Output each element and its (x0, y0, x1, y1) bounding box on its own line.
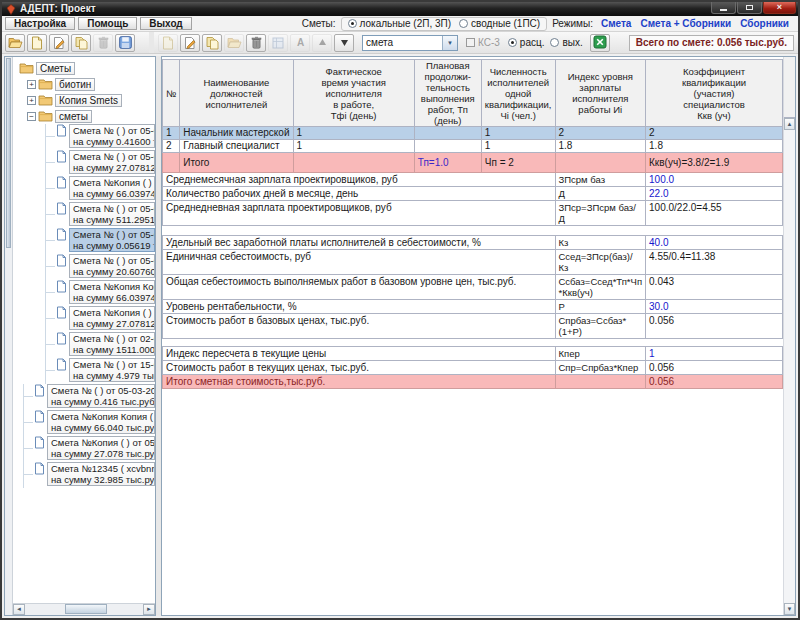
calc-label-cell[interactable]: Среднедневная зарплата проектировщиков, … (163, 201, 556, 226)
tree-item-smeta[interactable]: Смета №Копия Копия ( ) от 05на сумму 66.… (24, 410, 155, 436)
calc-row[interactable]: Стоимость работ в базовых ценах, тыс.руб… (163, 314, 783, 339)
calc-label-cell[interactable]: Стоимость работ в базовых ценах, тыс.руб… (163, 314, 556, 339)
delete-button[interactable] (246, 34, 266, 52)
column-header-1[interactable]: Наименование должностей исполнителей (180, 60, 293, 127)
cell[interactable]: 2 (163, 140, 180, 153)
tree-item-smeta[interactable]: Смета № ( ) от 15-04-2009на сумму 4.979 … (46, 358, 155, 384)
formula-cell[interactable]: Спрбаз=Ссбаз* (1+Р) (555, 314, 646, 339)
calc-row[interactable]: Общая себестоимость выполняемых работ в … (163, 275, 783, 300)
menu-settings[interactable]: Настройка (5, 17, 75, 30)
value-cell[interactable]: 40.0 (646, 236, 783, 250)
calc-label-cell[interactable]: Количество рабочих дней в месяце, день (163, 187, 556, 201)
tree-vertical-scrollbar[interactable] (5, 57, 13, 615)
cell[interactable]: 1 (293, 140, 414, 153)
scroll-up-icon[interactable]: ▲ (784, 118, 795, 130)
value-cell[interactable]: 0.056 (646, 375, 783, 389)
tree-item-smeta[interactable]: Смета № ( ) от 05-03-2009на сумму 0.4160… (46, 124, 155, 150)
cell[interactable]: 1 (293, 127, 414, 140)
tree-folder-1[interactable]: +Копия Smets (15, 92, 155, 108)
cell[interactable]: 1.8 (555, 140, 646, 153)
calc-label-cell[interactable]: Удельный вес заработной платы исполнител… (163, 236, 556, 250)
ks3-checkbox[interactable]: КС-3 (466, 37, 500, 48)
tree-folder-2[interactable]: −сметы (15, 108, 155, 124)
calc-label-cell[interactable]: Стоимость работ в текущих ценах, тыс.руб… (163, 361, 556, 375)
cell[interactable]: Начальник мастерской (180, 127, 293, 140)
scroll-left-icon[interactable]: ◄ (13, 604, 25, 615)
radio-rasc[interactable]: расц. (508, 37, 545, 48)
cell[interactable]: 1 (481, 140, 555, 153)
edit-document-button[interactable] (49, 34, 69, 52)
calc-label-cell[interactable]: Итого сметная стоимость,тыс.руб. (163, 375, 556, 389)
radio-local[interactable]: локальные (2П, 3П) (348, 18, 451, 29)
tree-hscroll-track[interactable] (25, 604, 143, 615)
close-button[interactable]: × (763, 2, 796, 14)
mode-link-smeta-sborniki[interactable]: Смета + Сборники (640, 18, 731, 29)
scroll-right-icon[interactable]: ► (143, 604, 155, 615)
tree-item-smeta[interactable]: Смета № ( ) от 05-03-2009на сумму 20.607… (46, 254, 155, 280)
value-cell[interactable]: 0.043 (646, 275, 783, 300)
person-row[interactable]: 1Начальник мастерской1122 (163, 127, 783, 140)
save-button[interactable] (115, 34, 135, 52)
formula-cell[interactable]: Р (555, 300, 646, 314)
tree-hscroll-thumb[interactable] (65, 604, 107, 614)
value-cell[interactable]: 22.0 (646, 187, 783, 201)
excel-export-button[interactable] (590, 34, 610, 52)
calc-row[interactable]: Удельный вес заработной платы исполнител… (163, 236, 783, 250)
copy-document-button[interactable] (202, 34, 222, 52)
calc-row[interactable]: Индекс пересчета в текущие ценыКпер1 (163, 347, 783, 361)
table-vscroll-track[interactable] (784, 130, 795, 603)
value-cell[interactable]: 30.0 (646, 300, 783, 314)
column-header-0[interactable]: № (163, 60, 180, 127)
menu-help[interactable]: Помощь (78, 17, 137, 30)
new-document-button[interactable] (27, 34, 47, 52)
tree-item-smeta[interactable]: Смета № ( ) от 05-03-2009на сумму 511.29… (46, 202, 155, 228)
calc-label-cell[interactable]: Индекс пересчета в текущие цены (163, 347, 556, 361)
cell[interactable] (414, 140, 481, 153)
table-vertical-scrollbar[interactable]: ▲ ▼ (783, 57, 795, 615)
formula-cell[interactable] (555, 375, 646, 389)
calc-row[interactable]: Уровень рентабельности, %Р30.0 (163, 300, 783, 314)
calc-row[interactable]: Стоимость работ в текущих ценах, тыс.руб… (163, 361, 783, 375)
tree-item-smeta[interactable]: Смета №Копия ( ) от 05-03-200на сумму 27… (24, 436, 155, 462)
value-cell[interactable]: 0.056 (646, 314, 783, 339)
formula-cell[interactable]: Ссед=ЗПср(баз)/Кз (555, 250, 646, 275)
cell[interactable]: 1 (163, 127, 180, 140)
tree-folder-0[interactable]: +биотин (15, 76, 155, 92)
formula-cell[interactable]: ЗПсрм баз (555, 173, 646, 187)
cell[interactable]: 1.8 (646, 140, 783, 153)
tree-item-smeta[interactable]: Смета № ( ) от 02-04-2009на сумму 1511.0… (46, 332, 155, 358)
tree-item-smeta[interactable]: Смета № ( ) от 05-03-2009на сумму 27.078… (46, 150, 155, 176)
smeta-mode-combo[interactable]: смета ▼ (362, 35, 458, 51)
column-header-3[interactable]: Плановая продолжи- тельность выполнения … (414, 60, 481, 127)
column-header-5[interactable]: Индекс уровня зарплаты исполнителя работ… (555, 60, 646, 127)
column-header-4[interactable]: Численность исполнителей одной квалифика… (481, 60, 555, 127)
calc-row[interactable]: Количество рабочих дней в месяце, деньД2… (163, 187, 783, 201)
minimize-button[interactable] (711, 2, 736, 14)
calc-label-cell[interactable]: Уровень рентабельности, % (163, 300, 556, 314)
calc-row[interactable]: Среднедневная зарплата проектировщиков, … (163, 201, 783, 226)
open-folder-button[interactable] (5, 34, 25, 52)
scroll-down-icon[interactable]: ▼ (784, 603, 795, 615)
value-cell[interactable]: 100.0 (646, 173, 783, 187)
value-cell[interactable]: 4.55/0.4=11.38 (646, 250, 783, 275)
formula-cell[interactable]: Спр=Спрбаз*Кпер (555, 361, 646, 375)
formula-cell[interactable]: Ссбаз=Ссед*Тп*Чп *Ккв(уч) (555, 275, 646, 300)
value-cell[interactable]: 100.0/22.0=4.55 (646, 201, 783, 226)
formula-cell[interactable]: ЗПср=ЗПсрм баз/Д (555, 201, 646, 226)
cell[interactable] (414, 127, 481, 140)
mode-link-smeta[interactable]: Смета (601, 18, 632, 29)
cell[interactable]: 2 (646, 127, 783, 140)
tree-root-smety[interactable]: Сметы (15, 60, 155, 76)
tree-horizontal-scrollbar[interactable]: ◄ ► (13, 603, 155, 615)
person-row[interactable]: 2Главный специалист111.81.8 (163, 140, 783, 153)
value-cell[interactable]: 0.056 (646, 361, 783, 375)
expand-icon[interactable]: + (27, 80, 36, 89)
tree-item-smeta[interactable]: Смета № ( ) от 05-03-2009на сумму 0.0561… (46, 228, 155, 254)
column-header-6[interactable]: Коэффициент квалификации (участия) специ… (646, 60, 783, 127)
mode-link-sborniki[interactable]: Сборники (740, 18, 789, 29)
calc-row[interactable]: Среднемесячная зарплата проектировщиков,… (163, 173, 783, 187)
edit-document-button[interactable] (180, 34, 200, 52)
totals-row[interactable]: ИтогоТп=1.0Чп = 2Ккв(уч)=3.8/2=1.9 (163, 153, 783, 173)
column-header-2[interactable]: Фактическое время участия исполнителя в … (293, 60, 414, 127)
copy-document-button[interactable] (71, 34, 91, 52)
